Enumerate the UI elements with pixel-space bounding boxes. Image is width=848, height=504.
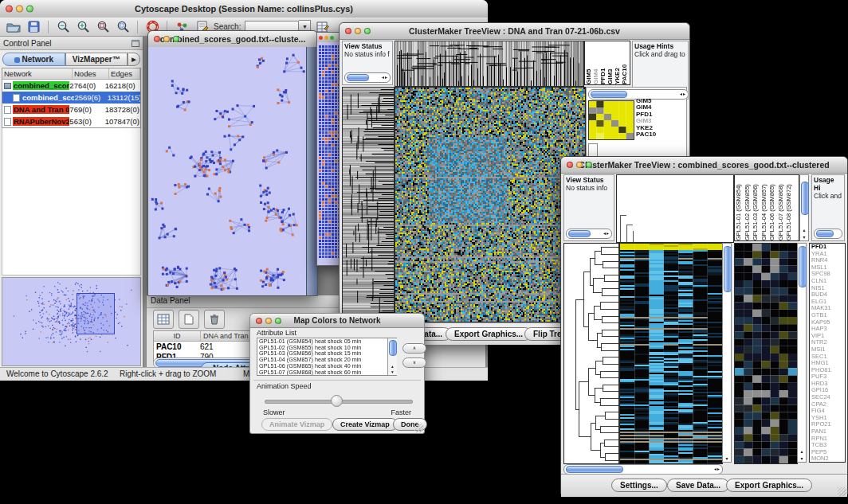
minimize-icon[interactable] — [16, 6, 23, 13]
scrollbar-arrows[interactable]: ◂▸ — [382, 74, 388, 80]
scrollbar-arrows[interactable]: ◂▸ — [680, 91, 686, 96]
scrollbar-thumb[interactable] — [389, 340, 397, 356]
gene-label[interactable]: MON2 — [811, 455, 845, 463]
traffic-lights[interactable] — [154, 36, 179, 42]
scrollbar-thumb[interactable] — [816, 230, 834, 237]
main-titlebar[interactable]: Cytoscape Desktop (Session Name: collins… — [0, 0, 488, 18]
array-dendrogram-canvas[interactable] — [395, 41, 584, 87]
scrollbar-thumb[interactable] — [801, 182, 809, 215]
scrollbar-arrows[interactable]: ▾ — [723, 455, 731, 461]
array-label[interactable]: GPL51-06 (GSM865) — [768, 175, 777, 240]
zoom-window-icon[interactable] — [26, 6, 33, 13]
speed-slider-thumb[interactable] — [331, 395, 343, 407]
scrollbar-arrows[interactable]: ◂▸ — [603, 230, 610, 236]
array-label[interactable]: GIM3 — [607, 41, 614, 84]
zoom-out-button[interactable] — [55, 20, 71, 34]
treeview-combined-titlebar[interactable]: ClusterMaker TreeView : combined_scores_… — [561, 157, 847, 174]
minimize-icon[interactable] — [163, 36, 170, 42]
tab-network[interactable]: Network — [2, 53, 65, 66]
zoom-window-icon[interactable] — [275, 318, 281, 324]
scrollbar-arrows[interactable]: ▴ — [798, 448, 806, 454]
scrollbar-arrows[interactable]: ◂▸ — [714, 466, 720, 471]
array-labels[interactable]: GPL51-01 (GSM854)GPL51-02 (GSM855)GPL51-… — [734, 174, 799, 241]
resize-grip[interactable] — [838, 487, 846, 496]
move-down-button[interactable]: ∨ — [402, 357, 426, 368]
resize-grip[interactable] — [414, 424, 423, 432]
network-row[interactable]: combined_sco 2569(6) 13112(15) — [2, 92, 140, 104]
treeview-dna-titlebar[interactable]: ClusterMaker TreeView : DNA and Tran 07-… — [340, 23, 689, 40]
export-graphics-button[interactable]: Export Graphics... — [726, 479, 812, 492]
scrollbar-thumb[interactable] — [591, 91, 627, 98]
gene-labels[interactable]: GIM5GIM4PFD1GIM3YKE2PAC10 — [636, 98, 656, 138]
delete-attribute-button[interactable] — [204, 310, 225, 329]
grid-network-canvas[interactable] — [317, 42, 340, 264]
scrollbar-arrows[interactable]: ▾ — [800, 234, 808, 240]
heatmap-vscrollbar[interactable]: ▾ — [722, 243, 732, 463]
attribute-list-vscrollbar[interactable]: ▴▾ — [387, 338, 397, 375]
float-panel-icon[interactable] — [132, 40, 139, 47]
close-icon[interactable] — [154, 36, 160, 42]
open-file-button[interactable] — [6, 20, 22, 34]
array-label[interactable]: GPL51-08 (GSM872) — [785, 175, 794, 240]
array-label[interactable]: GPL51-07 (GSM868) — [777, 175, 786, 240]
zoom-selected-button[interactable] — [115, 20, 131, 34]
array-labels-vscrollbar[interactable]: ▴▾ — [799, 174, 809, 241]
traffic-lights[interactable] — [6, 6, 33, 13]
traffic-lights[interactable] — [256, 318, 281, 324]
zoom-vscrollbar[interactable]: ▴▾ — [797, 243, 807, 463]
array-label[interactable]: GPL51-03 (GSM856) — [752, 175, 760, 240]
zoom-heatmap-canvas[interactable] — [734, 243, 798, 464]
network-row[interactable]: DNA and Tran 07 769(0) 183728(0) — [2, 104, 140, 115]
array-label[interactable]: GPL51-01 (GSM854) — [735, 175, 744, 240]
scrollbar-thumb[interactable] — [347, 74, 369, 81]
array-label[interactable]: YKE2 — [614, 41, 621, 84]
array-label[interactable]: PAC10 — [621, 41, 628, 84]
gene-labels[interactable]: PFD1YRA1RNR4MSL1SPC98CLN1NIS1BUD4ELG1MAK… — [809, 243, 846, 463]
save-session-button[interactable] — [26, 20, 41, 34]
close-icon[interactable] — [6, 6, 13, 13]
network-row[interactable]: RNAPuberNov2+ 563(0) 107847(0) — [2, 115, 140, 127]
zoom-window-icon[interactable] — [364, 28, 371, 34]
network-canvas[interactable] — [148, 47, 306, 295]
minimize-icon[interactable] — [265, 318, 272, 324]
close-icon[interactable] — [345, 28, 351, 34]
zoom-window-icon[interactable] — [586, 162, 592, 168]
gene-label[interactable]: PAC10 — [636, 131, 656, 138]
array-dendrogram-canvas[interactable] — [616, 174, 734, 243]
scrollbar-thumb[interactable] — [799, 246, 807, 287]
new-attribute-button[interactable] — [179, 310, 199, 329]
close-icon[interactable] — [256, 318, 262, 324]
attribute-list[interactable]: GPL51-01 (GSM854) heat shock 05 minGPL51… — [257, 338, 397, 376]
save-data-button[interactable]: Save Data... — [667, 479, 729, 492]
scrollbar-thumb[interactable] — [568, 230, 591, 237]
scrollbar-thumb[interactable] — [566, 466, 623, 473]
birdseye-canvas[interactable] — [5, 280, 137, 357]
minimize-icon[interactable] — [324, 36, 328, 40]
zoom-in-button[interactable] — [75, 20, 91, 34]
array-label[interactable]: GIM4 — [592, 41, 599, 84]
array-labels[interactable]: GIM5GIM4PFD1GIM3YKE2PAC10 — [584, 41, 630, 85]
animate-vizmap-button[interactable]: Animate Vizmap — [261, 418, 332, 431]
scrollbar-arrows[interactable]: ▴ — [388, 364, 397, 369]
close-icon[interactable] — [567, 162, 573, 168]
zoom-fit-button[interactable] — [95, 20, 111, 34]
view-status-hscrollbar[interactable]: ◂▸ — [566, 229, 612, 239]
tab-vizmapper[interactable]: VizMapper™ — [65, 53, 128, 66]
zoom-window-icon[interactable] — [173, 36, 179, 42]
array-label[interactable]: GIM5 — [585, 41, 592, 84]
zoom-heatmap-canvas[interactable] — [588, 100, 634, 140]
minimize-icon[interactable] — [355, 28, 361, 34]
traffic-lights[interactable] — [345, 28, 371, 34]
global-heatmap-canvas[interactable] — [395, 87, 586, 322]
view-status-hscrollbar[interactable]: ◂▸ — [344, 72, 391, 83]
export-graphics-button[interactable]: Export Graphics... — [446, 327, 532, 341]
gene-dendrogram-canvas[interactable] — [563, 243, 619, 464]
scrollbar-arrows[interactable]: ▴ — [800, 227, 808, 232]
zoom-window-icon[interactable] — [330, 36, 334, 40]
global-heatmap-canvas[interactable] — [619, 243, 723, 464]
array-label[interactable]: PFD1 — [599, 41, 607, 84]
scrollbar-arrows[interactable]: ▾ — [388, 369, 397, 374]
scrollbar-arrows[interactable]: ▾ — [798, 455, 806, 461]
dialog-titlebar[interactable]: Map Colors to Network — [250, 314, 424, 328]
move-up-button[interactable]: ∧ — [402, 343, 426, 354]
